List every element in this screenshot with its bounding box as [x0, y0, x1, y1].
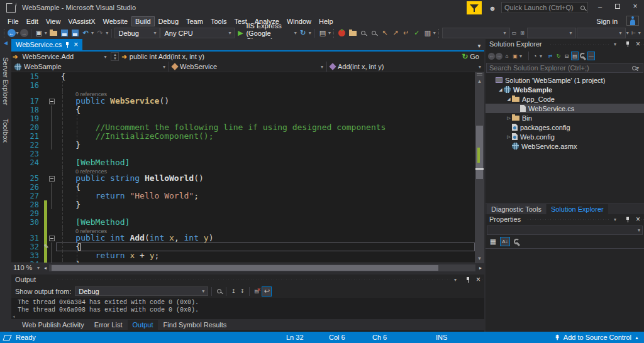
code-row[interactable]: 34 }	[11, 260, 475, 263]
code-text[interactable]: return x + y;	[56, 251, 475, 260]
open-file-icon[interactable]	[48, 28, 58, 38]
bottom-tab-output[interactable]: Output	[128, 320, 157, 330]
switch-views-dropdown[interactable]: ▾	[519, 53, 526, 59]
code-row[interactable]: 31 public int Add(int x, int y)	[11, 234, 475, 242]
undo-dropdown[interactable]: ▾	[91, 30, 94, 36]
menu-view[interactable]: View	[42, 16, 65, 26]
va-open-file-icon[interactable]	[348, 28, 358, 38]
code-text[interactable]: }	[56, 260, 475, 263]
code-lines[interactable]: 15 {160 references17 public WebService()…	[11, 72, 475, 263]
menu-test[interactable]: Test	[231, 16, 251, 26]
pin-icon[interactable]	[625, 216, 631, 223]
bottom-tab-find-symbol-results[interactable]: Find Symbol Results	[159, 320, 231, 330]
empty-combo-1[interactable]: ▾	[442, 28, 510, 38]
scroll-left-icon[interactable]: ◂	[42, 263, 49, 272]
se-back-icon[interactable]: ←	[488, 53, 495, 60]
code-text[interactable]: public string HelloWorld()	[56, 174, 475, 183]
code-row[interactable]: 28 }	[11, 200, 475, 209]
document-list-dropdown-icon[interactable]: ▼	[477, 43, 482, 49]
code-row[interactable]: 21 //InitializeComponent();	[11, 132, 475, 141]
scroll-down-icon[interactable]: ▼	[475, 256, 484, 261]
code-row[interactable]: 23	[11, 150, 475, 158]
output-title-bar[interactable]: Output ▾	[11, 275, 484, 285]
scroll-up-icon[interactable]: ▲	[475, 79, 484, 84]
attach-to-process-icon[interactable]: ▤	[318, 28, 328, 38]
pin-icon[interactable]	[65, 41, 70, 48]
code-row[interactable]: 15 {	[11, 72, 475, 81]
code-row[interactable]: 30 [WebMethod]	[11, 218, 475, 227]
tree-item-packages-config[interactable]: packages.config	[486, 122, 644, 132]
attach-dropdown[interactable]: ▾	[328, 30, 331, 36]
architecture-icon[interactable]: ⊢	[630, 29, 638, 38]
code-row[interactable]: 29	[11, 209, 475, 218]
split-editor-handle[interactable]	[477, 74, 482, 79]
editor-horizontal-scrollbar[interactable]	[49, 264, 475, 271]
code-text[interactable]	[56, 150, 475, 158]
pin-icon[interactable]	[465, 276, 471, 283]
expander-icon[interactable]: ◢	[497, 87, 504, 92]
close-icon[interactable]	[636, 215, 640, 224]
properties-icon[interactable]	[579, 52, 587, 60]
code-row[interactable]: 22 }	[11, 141, 475, 150]
window-position-dropdown-icon[interactable]: ▾	[454, 277, 460, 283]
menu-analyze[interactable]: Analyze	[251, 16, 283, 26]
vassistx-tomato-icon[interactable]	[337, 28, 347, 38]
switch-views-icon[interactable]: ▣	[511, 52, 519, 60]
output-source-combo[interactable]: Debug▾	[75, 286, 208, 296]
code-editor[interactable]: 15 {160 references17 public WebService()…	[11, 72, 484, 263]
code-row[interactable]: 26 {	[11, 183, 475, 192]
refresh-icon[interactable]: ↻	[555, 52, 562, 60]
editor-vertical-scrollbar[interactable]: ▲ ▼	[475, 72, 484, 263]
close-tab-icon[interactable]	[74, 40, 78, 49]
tree-item-bin[interactable]: ▷Bin	[486, 113, 644, 122]
va-paste-icon[interactable]: ▥	[423, 28, 433, 38]
collapse-region-icon[interactable]	[49, 99, 55, 104]
code-text[interactable]: //Uncomment the following line if using …	[56, 123, 475, 132]
va-spellcheck-icon[interactable]: ✓	[412, 28, 422, 38]
collapse-region-icon[interactable]	[49, 236, 55, 241]
solution-search-box[interactable]: ▾	[486, 63, 643, 73]
code-text[interactable]	[56, 114, 475, 123]
code-row[interactable]: 18 {	[11, 106, 475, 114]
sync-with-active-document-icon[interactable]: ⇄	[547, 52, 554, 60]
new-project-icon[interactable]: ▣	[34, 28, 44, 38]
menu-window[interactable]: Window	[283, 16, 315, 26]
start-debugging-icon[interactable]: ▶	[235, 28, 245, 38]
panel-tab-diagnostic-tools[interactable]: Diagnostic Tools	[487, 204, 546, 214]
filter-dropdown[interactable]: ▾	[540, 53, 546, 59]
code-row[interactable]: 25 public string HelloWorld()	[11, 174, 475, 183]
expander-icon[interactable]: ◢	[506, 97, 512, 102]
code-text[interactable]	[56, 209, 475, 218]
menu-help[interactable]: Help	[315, 16, 337, 26]
empty-combo-3[interactable]: ▾	[577, 28, 626, 38]
bottom-tab-error-list[interactable]: Error List	[90, 320, 127, 330]
va-find-symbol-icon[interactable]	[369, 28, 379, 38]
show-all-files-icon[interactable]: ▤	[571, 52, 579, 60]
redo-icon[interactable]: ↷	[95, 28, 105, 38]
va-signature[interactable]: public int Add(int x, int y)	[130, 53, 204, 60]
navigate-backward-dropdown[interactable]: ▾	[16, 30, 19, 36]
run-tests-icon[interactable]: ⊞	[519, 29, 526, 38]
pending-changes-filter-icon[interactable]: ◔	[531, 52, 539, 60]
scroll-right-icon[interactable]: ▸	[477, 263, 484, 272]
va-refactor-icon[interactable]: ↵	[401, 28, 411, 38]
toolbar-overflow-1[interactable]: ▾	[626, 30, 630, 36]
member-dropdown[interactable]: Add(int x, int y)▾	[327, 62, 484, 72]
sidebar-item-toolbox[interactable]: Toolbox	[2, 116, 9, 145]
va-nav-forward-icon[interactable]: ↗	[391, 28, 401, 38]
code-row[interactable]: 19	[11, 114, 475, 123]
code-text[interactable]: public WebService()	[56, 97, 475, 106]
code-text[interactable]: {	[56, 106, 475, 114]
find-message-icon[interactable]	[215, 287, 223, 296]
code-row[interactable]: 32✎ {	[11, 242, 475, 251]
clear-all-icon[interactable]: ▤	[253, 287, 260, 296]
collapse-all-icon[interactable]: ⊟	[563, 52, 570, 60]
alphabetical-sort-icon[interactable]: A↓	[500, 237, 510, 246]
save-all-icon[interactable]	[70, 28, 80, 38]
previous-message-icon[interactable]: ↥	[230, 287, 237, 296]
empty-combo-2[interactable]: ▾	[527, 28, 576, 38]
sign-in-link[interactable]: Sign in	[596, 18, 618, 25]
minimize-button[interactable]	[591, 0, 609, 13]
add-to-source-control-button[interactable]: ↟ Add to Source Control ▲	[555, 332, 639, 343]
menu-debug[interactable]: Debug	[155, 16, 182, 26]
